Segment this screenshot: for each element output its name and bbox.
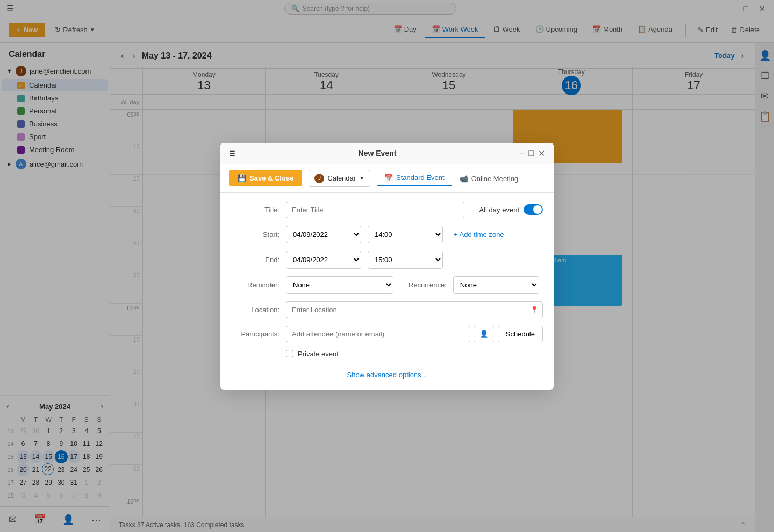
add-person-button[interactable]: 👤: [474, 326, 494, 342]
start-time-select[interactable]: 14:00: [368, 226, 443, 243]
all-day-toggle-switch[interactable]: [524, 204, 543, 215]
private-event-row: Private event: [286, 350, 543, 358]
location-pin-icon: 📍: [530, 306, 539, 314]
tab-online-meeting[interactable]: 📹 Online Meeting: [452, 171, 526, 186]
save-close-label: Save & Close: [249, 174, 293, 182]
save-icon: 💾: [238, 174, 246, 182]
cal-avatar-icon: J: [314, 174, 324, 183]
recurrence-select[interactable]: None: [453, 276, 539, 294]
modal-body: Title: All day event Start: 04/09/2022 1…: [220, 193, 554, 390]
schedule-button[interactable]: Schedule: [498, 326, 543, 342]
end-time-select[interactable]: 15:00: [368, 251, 443, 269]
calendar-tab-icon: 📅: [384, 174, 393, 182]
participants-row: Participants: 👤 Schedule: [231, 326, 543, 342]
modal-minimize-button[interactable]: −: [519, 148, 524, 159]
calendar-dropdown-icon: ▼: [359, 175, 364, 181]
start-label: Start:: [231, 231, 280, 239]
modal-titlebar: ☰ New Event − □ ✕: [220, 143, 554, 164]
modal-toolbar: 💾 Save & Close J Calendar ▼ 📅 Standard E…: [220, 164, 554, 193]
recurrence-label: Recurrence:: [408, 281, 447, 289]
tab-online-label: Online Meeting: [471, 175, 518, 183]
location-row: Location: 📍: [231, 301, 543, 318]
location-label: Location:: [231, 306, 280, 314]
tab-standard-label: Standard Event: [396, 174, 445, 182]
save-close-button[interactable]: 💾 Save & Close: [229, 170, 302, 186]
add-timezone-link[interactable]: + Add time zone: [454, 231, 504, 239]
all-day-label: All day event: [479, 206, 519, 214]
title-label: Title:: [231, 206, 280, 214]
modal-wincontrols: − □ ✕: [519, 148, 545, 159]
modal-title: New Event: [359, 149, 397, 157]
private-event-group: Private event: [286, 350, 339, 358]
new-event-modal: ☰ New Event − □ ✕ 💾 Save & Close J Calen…: [220, 143, 554, 390]
participants-input-group: 👤 Schedule: [286, 326, 543, 342]
start-date-select[interactable]: 04/09/2022: [286, 226, 361, 243]
title-row: Title: All day event: [231, 202, 543, 218]
online-meeting-icon: 📹: [460, 175, 468, 183]
end-date-select[interactable]: 04/09/2022: [286, 251, 361, 269]
modal-close-button[interactable]: ✕: [538, 148, 545, 159]
modal-maximize-button[interactable]: □: [528, 148, 534, 159]
calendar-selector[interactable]: J Calendar ▼: [309, 170, 370, 187]
all-day-toggle-group: All day event: [479, 204, 543, 215]
reminder-recurrence-row: Reminder: None Recurrence: None: [231, 276, 543, 294]
location-input-wrapper: 📍: [286, 301, 543, 318]
modal-menu-icon[interactable]: ☰: [229, 149, 235, 157]
calendar-selector-label: Calendar: [327, 174, 356, 182]
end-label: End:: [231, 256, 280, 264]
end-row: End: 04/09/2022 15:00: [231, 251, 543, 269]
start-row: Start: 04/09/2022 14:00 + Add time zone: [231, 226, 543, 243]
modal-overlay: ☰ New Event − □ ✕ 💾 Save & Close J Calen…: [0, 0, 774, 532]
reminder-select[interactable]: None: [286, 276, 393, 294]
tab-standard-event[interactable]: 📅 Standard Event: [377, 170, 452, 186]
private-event-checkbox[interactable]: [286, 350, 293, 357]
reminder-label: Reminder:: [231, 281, 280, 289]
advanced-options-link[interactable]: Show advanced options...: [231, 365, 543, 381]
participants-label: Participants:: [231, 330, 280, 338]
location-input[interactable]: [286, 301, 543, 318]
attendee-input[interactable]: [286, 326, 470, 342]
title-input[interactable]: [286, 202, 464, 218]
private-event-label: Private event: [298, 350, 339, 358]
